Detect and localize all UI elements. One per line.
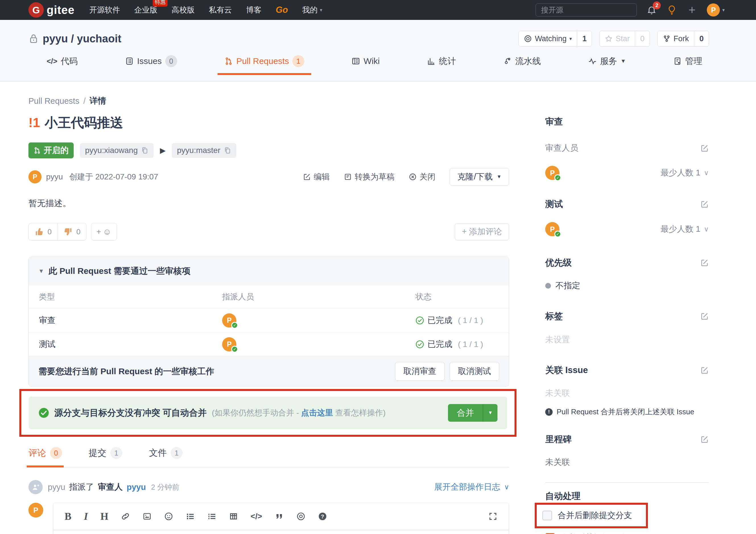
thumbs-down-button[interactable]: 0 (57, 223, 86, 240)
pr-sidebar: 审查 审查人员 P 最少人数 1 ∨ 测试 (545, 82, 709, 534)
nav-item-private-cloud[interactable]: 私有云 (209, 5, 232, 15)
checkbox-icon[interactable] (542, 511, 552, 521)
expand-log-link[interactable]: 展开全部操作日志 ∨ (434, 481, 509, 493)
add-reaction-button[interactable]: + ☺ (91, 223, 117, 241)
watching-count[interactable]: 1 (577, 31, 592, 46)
convert-draft-button[interactable]: 转换为草稿 (344, 172, 394, 182)
tab-files-label: 文件 (149, 447, 167, 459)
nav-item-go[interactable]: Go (276, 5, 288, 15)
min-reviewers-dropdown[interactable]: 最少人数 1 ∨ (661, 167, 709, 178)
tester-avatar[interactable]: P (545, 222, 559, 236)
quote-icon[interactable] (275, 512, 284, 521)
code-icon: </> (47, 57, 57, 66)
tab-manage[interactable]: 管理 (666, 55, 709, 74)
table-icon[interactable] (229, 512, 238, 521)
delete-branch-option[interactable]: 合并后删除提交分支 (542, 510, 640, 521)
close-issue-option[interactable]: 合并后关闭提到的 Issue (545, 532, 709, 534)
italic-icon[interactable]: I (84, 510, 88, 522)
unordered-list-icon[interactable] (186, 512, 195, 521)
heading-icon[interactable]: H (100, 510, 108, 522)
nav-item-education[interactable]: 高校版 (172, 5, 195, 15)
chevron-down-icon: ▼ (497, 174, 501, 180)
review-panel-header[interactable]: ▼ 此 Pull Request 需要通过一些审核项 (29, 257, 509, 285)
fork-count[interactable]: 0 (694, 31, 709, 46)
status-text: 已完成 (427, 315, 452, 326)
cancel-review-button[interactable]: 取消审查 (395, 362, 445, 381)
star-control: Star 0 (599, 31, 650, 47)
pr-title: !1小王代码推送 (28, 114, 509, 132)
edit-icon[interactable] (700, 366, 709, 374)
merge-hint-prefix: (如果你仍然想手动合并 - (212, 408, 301, 417)
copy-icon[interactable] (141, 147, 148, 154)
code-block-icon[interactable]: </> (251, 512, 262, 521)
tab-services[interactable]: 服务 ▼ (581, 55, 633, 74)
copy-icon[interactable] (224, 147, 231, 154)
tab-comments[interactable]: 评论 0 (28, 447, 62, 467)
assignee-avatar[interactable]: P (222, 337, 236, 352)
min-testers-dropdown[interactable]: 最少人数 1 ∨ (661, 224, 709, 235)
milestone-value: 未关联 (545, 457, 709, 468)
bold-icon[interactable]: B (65, 510, 71, 522)
merge-dropdown-button[interactable]: ▼ (483, 404, 498, 422)
plus-icon[interactable] (687, 5, 697, 15)
chevron-down-icon[interactable]: ▾ (722, 7, 725, 13)
thumbs-up-button[interactable]: 0 (29, 223, 57, 240)
activity-user[interactable]: pyyu (48, 483, 65, 492)
emoji-icon[interactable] (164, 512, 173, 521)
repo-name[interactable]: pyyu / yuchaoit (43, 33, 122, 45)
tab-issues[interactable]: Issues 0 (118, 55, 184, 74)
merge-button-group: 合并 ▼ (448, 404, 498, 422)
help-icon[interactable]: ? (318, 512, 327, 521)
ordered-list-icon[interactable] (207, 512, 216, 521)
manual-merge-link[interactable]: 点击这里 (301, 408, 333, 417)
gitee-logo[interactable]: G gitee (28, 2, 74, 18)
tab-pull-requests[interactable]: Pull Requests 1 (218, 55, 311, 74)
nav-item-blog[interactable]: 博客 (246, 5, 261, 15)
link-icon[interactable] (121, 512, 130, 521)
author-name[interactable]: pyyu (46, 172, 63, 181)
nav-item-opensource[interactable]: 开源软件 (89, 5, 120, 15)
star-button[interactable]: Star (600, 31, 635, 46)
preview-icon[interactable] (296, 512, 306, 521)
edit-icon[interactable] (700, 312, 709, 320)
tab-code[interactable]: </> 代码 (40, 55, 85, 74)
edit-icon[interactable] (700, 258, 709, 267)
lightbulb-icon[interactable] (666, 5, 677, 15)
activity-assignee[interactable]: pyyu (126, 483, 146, 492)
user-avatar[interactable]: P (707, 3, 720, 16)
nav-item-enterprise[interactable]: 企业版 特惠 (134, 5, 157, 15)
tab-statistics-label: 统计 (439, 55, 456, 67)
tab-statistics[interactable]: 统计 (420, 55, 463, 74)
watching-button[interactable]: Watching ▾ (519, 31, 577, 46)
star-count[interactable]: 0 (635, 31, 650, 46)
author-avatar[interactable]: P (28, 170, 41, 183)
close-pr-button[interactable]: 关闭 (409, 172, 435, 182)
edit-icon[interactable] (700, 200, 709, 208)
assignee-avatar[interactable]: P (222, 313, 236, 328)
issue-note-row: ! Pull Request 合并后将关闭上述关联 Issue (545, 407, 709, 417)
search-input[interactable] (536, 3, 637, 16)
cancel-test-button[interactable]: 取消测试 (450, 362, 499, 381)
merge-hint: (如果你仍然想手动合并 - 点击这里 查看怎样操作) (212, 408, 386, 418)
nav-item-mine[interactable]: 我的 ▾ (302, 5, 322, 15)
edit-button[interactable]: 编辑 (303, 172, 330, 182)
repo-tabs: </> 代码 Issues 0 Pull Requests 1 Wiki 统计 (0, 55, 756, 74)
fullscreen-icon[interactable] (488, 512, 498, 521)
edit-icon[interactable] (700, 435, 709, 443)
tab-commits[interactable]: 提交 1 (89, 447, 122, 467)
tab-wiki[interactable]: Wiki (345, 55, 387, 74)
reviewer-avatar[interactable]: P (545, 166, 559, 180)
tab-pipelines[interactable]: 流水线 (497, 55, 548, 74)
tab-files[interactable]: 文件 1 (149, 447, 183, 467)
add-comment-button[interactable]: + 添加评论 (455, 223, 509, 240)
bell-icon[interactable]: 2 (646, 5, 657, 15)
activity-log-row: pyyu 指派了 审查人 pyyu 2 分钟前 展开全部操作日志 ∨ (28, 480, 509, 494)
comment-textarea[interactable] (53, 530, 509, 534)
image-icon[interactable] (143, 512, 151, 521)
reviewer-label: 审查人员 (545, 143, 578, 154)
clone-download-button[interactable]: 克隆/下载 ▼ (450, 168, 509, 186)
merge-button[interactable]: 合并 (448, 404, 483, 422)
edit-icon[interactable] (700, 144, 709, 152)
breadcrumb-pull-requests[interactable]: Pull Requests (28, 96, 79, 106)
fork-button[interactable]: Fork (658, 31, 694, 46)
